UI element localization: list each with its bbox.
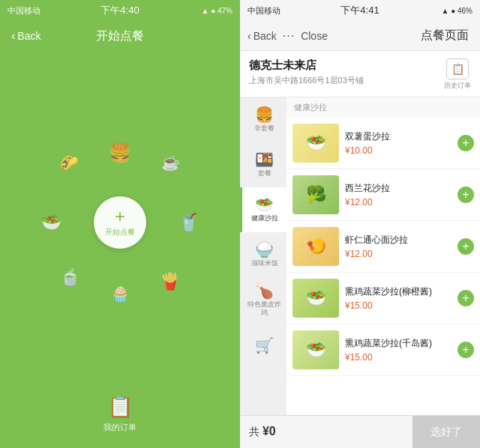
left-page-title: 开始点餐 bbox=[96, 28, 144, 44]
main-content: 🍔 非套餐 🍱 套餐 🥗 健康沙拉 🍚 滋味米饭 🍗 特色脆皮炸鸡 🛒 bbox=[240, 97, 480, 415]
add-item-button-3[interactable]: + bbox=[458, 238, 474, 255]
close-button[interactable]: Close bbox=[301, 30, 328, 42]
food-icon-1: 🍔 bbox=[109, 144, 131, 162]
chicken-icon: 🍗 bbox=[255, 283, 274, 298]
salad-icon: 🥗 bbox=[255, 197, 274, 212]
bento-icon: 🍱 bbox=[255, 152, 274, 167]
restaurant-name: 德克士未来店 bbox=[249, 58, 364, 73]
left-back-button[interactable]: ‹ Back bbox=[11, 29, 40, 43]
history-icon: 📋 bbox=[446, 58, 469, 79]
category-item-cart[interactable]: 🛒 bbox=[240, 323, 286, 368]
left-header: ‹ Back 开始点餐 bbox=[0, 21, 240, 51]
left-panel: 中国移动 下午4:40 ▲ ● 47% ‹ Back 开始点餐 🍔 ☕ 🥤 🍟 … bbox=[0, 0, 240, 448]
menu-item-info-4: 熏鸡蔬菜沙拉(柳橙酱) ¥15.00 bbox=[345, 285, 452, 312]
orders-icon: 📋 bbox=[107, 394, 134, 419]
food-icons-container: 🍔 ☕ 🥤 🍟 🧁 🍵 🥗 🌮 + 开始点餐 bbox=[38, 140, 202, 305]
food-icon-3: 🥤 bbox=[178, 214, 199, 231]
more-options-dots: ··· bbox=[283, 29, 295, 43]
confirm-order-button[interactable]: 选好了 bbox=[412, 416, 480, 449]
food-icon-7: 🥗 bbox=[41, 214, 62, 231]
restaurant-info: 德克士未来店 上海市吴中路1666号1层03号铺 📋 历史订单 bbox=[240, 51, 480, 97]
menu-item-image-4: 🥗 bbox=[292, 279, 339, 318]
menu-item-image-2: 🥦 bbox=[292, 175, 339, 214]
left-content: 🍔 ☕ 🥤 🍟 🧁 🍵 🥗 🌮 + 开始点餐 bbox=[0, 51, 240, 394]
right-battery: ▲ ● 46% bbox=[441, 7, 472, 15]
right-back-button[interactable]: ‹ Back bbox=[248, 30, 277, 42]
plus-icon: + bbox=[115, 208, 125, 225]
my-orders-label: 我的订单 bbox=[104, 422, 136, 433]
menu-item-2: 🥦 西兰花沙拉 ¥12.00 + bbox=[286, 169, 480, 221]
menu-item-price-4: ¥15.00 bbox=[345, 300, 452, 311]
add-item-button-5[interactable]: + bbox=[458, 342, 474, 358]
center-btn-label: 开始点餐 bbox=[105, 227, 135, 237]
left-time: 下午4:40 bbox=[100, 4, 139, 17]
restaurant-details: 德克士未来店 上海市吴中路1666号1层03号铺 bbox=[249, 58, 364, 86]
menu-item-price-2: ¥12.00 bbox=[345, 197, 452, 208]
right-chevron-icon: ‹ bbox=[248, 30, 251, 42]
right-page-title: 点餐页面 bbox=[421, 28, 469, 43]
my-orders-section: 📋 我的订单 bbox=[0, 394, 240, 448]
category-item-chicken[interactable]: 🍗 特色脆皮炸鸡 bbox=[240, 277, 286, 323]
food-icon-6: 🍵 bbox=[60, 270, 80, 286]
menu-item-3: 🍤 虾仁通心面沙拉 ¥12.00 + bbox=[286, 221, 480, 273]
total-area: 共 ¥0 bbox=[240, 425, 412, 439]
cart-icon: 🛒 bbox=[255, 338, 274, 353]
menu-item-4: 🥗 熏鸡蔬菜沙拉(柳橙酱) ¥15.00 + bbox=[286, 273, 480, 324]
right-panel: 中国移动 下午4:41 ▲ ● 46% ‹ Back ··· Close 点餐页… bbox=[240, 0, 480, 448]
rice-icon: 🍚 bbox=[255, 242, 274, 257]
history-orders-button[interactable]: 📋 历史订单 bbox=[444, 58, 471, 91]
menu-item-name-5: 熏鸡蔬菜沙拉(千岛酱) bbox=[345, 337, 452, 350]
menu-item-name-3: 虾仁通心面沙拉 bbox=[345, 234, 452, 246]
right-time: 下午4:41 bbox=[340, 4, 379, 17]
menu-item-info-3: 虾仁通心面沙拉 ¥12.00 bbox=[345, 234, 452, 260]
left-status-bar: 中国移动 下午4:40 ▲ ● 47% bbox=[0, 0, 240, 21]
food-icon-4: 🍟 bbox=[160, 273, 180, 290]
section-header: 健康沙拉 bbox=[286, 97, 480, 118]
menu-item-price-5: ¥15.00 bbox=[345, 352, 452, 363]
menu-item-5: 🥗 熏鸡蔬菜沙拉(千岛酱) ¥15.00 + bbox=[286, 324, 480, 376]
category-item-taocan[interactable]: 🍱 套餐 bbox=[240, 142, 286, 187]
menu-item-price-1: ¥10.00 bbox=[345, 145, 452, 156]
menu-list: 健康沙拉 🥗 双薯蛋沙拉 ¥10.00 + 🥦 西兰花沙拉 ¥12.00 + 🍤 bbox=[286, 97, 480, 415]
add-item-button-4[interactable]: + bbox=[458, 290, 474, 306]
menu-item-price-3: ¥12.00 bbox=[345, 249, 452, 259]
menu-item-name-2: 西兰花沙拉 bbox=[345, 182, 452, 195]
total-label: 共 bbox=[249, 426, 260, 438]
menu-item-info-5: 熏鸡蔬菜沙拉(千岛酱) ¥15.00 bbox=[345, 337, 452, 363]
menu-item-image-3: 🍤 bbox=[292, 227, 339, 266]
add-item-button-1[interactable]: + bbox=[458, 135, 474, 151]
wifi-icon: ▲ ● bbox=[201, 7, 218, 15]
restaurant-address: 上海市吴中路1666号1层03号铺 bbox=[249, 75, 364, 86]
right-header: ‹ Back ··· Close 点餐页面 bbox=[240, 21, 480, 51]
category-item-rice[interactable]: 🍚 滋味米饭 bbox=[240, 232, 286, 277]
menu-item-1: 🥗 双薯蛋沙拉 ¥10.00 + bbox=[286, 118, 480, 169]
food-icon-8: 🌮 bbox=[60, 155, 79, 170]
category-item-salad[interactable]: 🥗 健康沙拉 bbox=[240, 187, 286, 232]
menu-item-image-1: 🥗 bbox=[292, 124, 339, 163]
food-icon-2: ☕ bbox=[161, 155, 180, 170]
start-order-button[interactable]: + 开始点餐 bbox=[94, 196, 146, 249]
right-status-bar: 中国移动 下午4:41 ▲ ● 46% bbox=[240, 0, 480, 21]
menu-item-image-5: 🥗 bbox=[292, 330, 339, 369]
food-icon-5: 🧁 bbox=[111, 286, 130, 301]
total-amount: ¥0 bbox=[262, 425, 276, 438]
category-nav: 🍔 非套餐 🍱 套餐 🥗 健康沙拉 🍚 滋味米饭 🍗 特色脆皮炸鸡 🛒 bbox=[240, 97, 286, 415]
menu-item-info-2: 西兰花沙拉 ¥12.00 bbox=[345, 182, 452, 208]
menu-item-name-1: 双薯蛋沙拉 bbox=[345, 130, 452, 143]
menu-item-name-4: 熏鸡蔬菜沙拉(柳橙酱) bbox=[345, 285, 452, 298]
burger-icon: 🍔 bbox=[255, 107, 274, 122]
add-item-button-2[interactable]: + bbox=[458, 187, 474, 203]
menu-item-info-1: 双薯蛋沙拉 ¥10.00 bbox=[345, 130, 452, 157]
bottom-bar: 共 ¥0 选好了 bbox=[240, 415, 480, 448]
my-orders-button[interactable]: 📋 我的订单 bbox=[104, 394, 136, 433]
category-item-feicaican[interactable]: 🍔 非套餐 bbox=[240, 97, 286, 142]
left-battery: ▲ ● 47% bbox=[201, 7, 232, 15]
right-wifi-icon: ▲ ● bbox=[441, 7, 458, 15]
left-chevron-icon: ‹ bbox=[11, 29, 15, 43]
